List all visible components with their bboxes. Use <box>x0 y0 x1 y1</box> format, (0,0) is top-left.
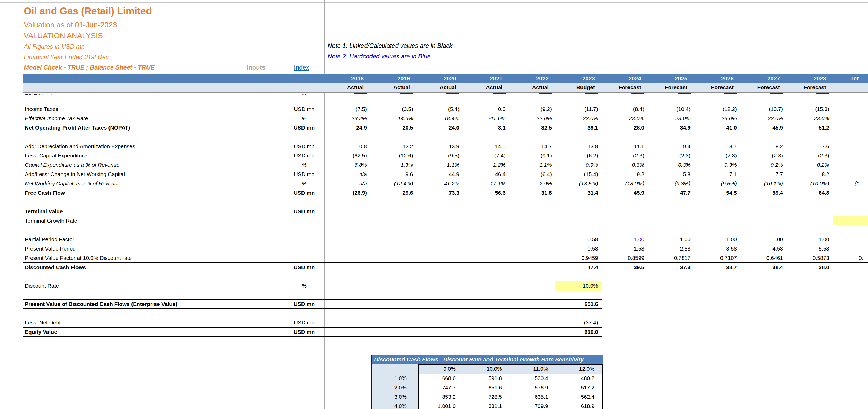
row-label[interactable]: Present Value of Discounted Cash Flows (… <box>23 299 284 309</box>
sensitivity-value-cell[interactable]: 562.4 <box>557 392 603 402</box>
grid-cell[interactable]: 610.0 <box>555 327 602 337</box>
grid-cell[interactable]: (5.4) <box>417 105 463 114</box>
grid-cell[interactable] <box>463 235 509 244</box>
grid-cell[interactable] <box>417 327 463 337</box>
grid-cell[interactable]: 0.9% <box>555 160 602 170</box>
grid-cell[interactable]: (12.2) <box>694 105 740 114</box>
grid-cell[interactable]: 0.58 <box>555 244 602 253</box>
terminal-column-header[interactable]: Ter <box>833 74 868 83</box>
grid-cell[interactable] <box>463 281 509 291</box>
grid-cell[interactable] <box>370 281 417 291</box>
grid-cell[interactable] <box>509 253 555 263</box>
grid-cell[interactable] <box>740 327 786 337</box>
sensitivity-value-cell[interactable]: 591.8 <box>464 374 511 383</box>
grid-cell[interactable] <box>694 327 740 337</box>
row-label[interactable]: Net Operating Profit After Taxes (NOPAT) <box>23 123 284 133</box>
grid-cell[interactable]: (9.6%) <box>694 179 740 188</box>
grid-cell[interactable] <box>694 299 740 309</box>
sensitivity-value-cell[interactable]: 618.9 <box>557 402 603 409</box>
grid-cell[interactable]: 37.3 <box>648 263 694 272</box>
grid-cell[interactable] <box>509 299 555 309</box>
grid-cell[interactable]: (2.3) <box>740 151 786 160</box>
grid-cell[interactable]: 14.6% <box>370 114 417 123</box>
row-label[interactable]: Discounted Cash Flows <box>23 263 284 272</box>
grid-cell[interactable]: 23.0% <box>694 114 740 123</box>
grid-cell[interactable]: 0.5873 <box>786 253 833 263</box>
grid-cell-terminal[interactable]: 0. <box>833 253 868 263</box>
grid-cell-terminal[interactable] <box>833 160 868 170</box>
row-label[interactable]: Free Cash Flow <box>23 188 284 198</box>
index-link[interactable]: Index <box>294 64 309 71</box>
growth-rate-cell[interactable]: 3.0% <box>372 392 418 402</box>
grid-cell[interactable] <box>740 216 786 226</box>
grid-cell[interactable] <box>370 216 417 226</box>
grid-cell[interactable]: 14.7 <box>509 142 555 151</box>
grid-cell[interactable]: 0.7107 <box>694 253 740 263</box>
grid-cell[interactable] <box>648 216 694 226</box>
grid-cell[interactable]: (11.7) <box>555 105 602 114</box>
period-type-cell[interactable]: Forecast <box>694 83 740 92</box>
sensitivity-value-cell[interactable]: 517.2 <box>557 383 603 392</box>
grid-cell[interactable]: 5.8 <box>648 170 694 179</box>
grid-cell[interactable]: 31.4 <box>555 188 602 198</box>
clipped-value-cell[interactable] <box>509 93 555 96</box>
clipped-value-cell[interactable] <box>602 93 648 96</box>
clipped-value-cell[interactable] <box>786 93 833 96</box>
sensitivity-value-cell[interactable]: 853.2 <box>418 392 464 402</box>
row-unit[interactable]: USD mn <box>284 123 324 133</box>
grid-cell[interactable] <box>324 327 370 337</box>
grid-cell[interactable] <box>370 244 417 253</box>
grid-cell[interactable]: 7.6 <box>786 142 833 151</box>
grid-cell-terminal[interactable] <box>833 327 868 337</box>
grid-cell[interactable] <box>740 207 786 216</box>
grid-cell[interactable] <box>786 299 833 309</box>
grid-cell[interactable] <box>509 327 555 337</box>
sensitivity-value-cell[interactable]: 530.4 <box>511 374 557 383</box>
row-unit[interactable]: USD mn <box>284 207 324 216</box>
grid-cell[interactable]: 18.4% <box>417 114 463 123</box>
grid-cell[interactable]: 29.6 <box>370 188 417 198</box>
grid-cell[interactable] <box>694 318 740 327</box>
grid-cell[interactable]: 23.2% <box>324 114 370 123</box>
grid-cell[interactable] <box>648 281 694 291</box>
year-header-cell[interactable]: 2021 <box>463 74 509 83</box>
grid-cell[interactable]: 64.8 <box>786 188 833 198</box>
grid-cell[interactable]: (3.5) <box>370 105 417 114</box>
year-header-cell[interactable]: 2027 <box>740 74 786 83</box>
grid-cell[interactable]: 2.9% <box>509 179 555 188</box>
clipped-value-cell[interactable] <box>463 93 509 96</box>
grid-cell-terminal[interactable] <box>833 123 868 133</box>
grid-cell[interactable]: (7.5) <box>324 105 370 114</box>
row-unit[interactable]: % <box>284 281 324 291</box>
grid-cell[interactable] <box>324 216 370 226</box>
grid-cell[interactable]: (12.6) <box>370 151 417 160</box>
year-header-cell[interactable]: 2019 <box>370 74 417 83</box>
grid-cell[interactable]: 1.1% <box>509 160 555 170</box>
grid-cell[interactable]: 9.6 <box>370 170 417 179</box>
grid-cell[interactable]: 10.8 <box>324 142 370 151</box>
grid-cell[interactable]: 3.1 <box>463 123 509 133</box>
grid-cell[interactable] <box>370 207 417 216</box>
clipped-value-cell[interactable] <box>555 93 602 96</box>
grid-cell[interactable] <box>324 235 370 244</box>
grid-cell[interactable]: (2.3) <box>648 151 694 160</box>
grid-cell[interactable] <box>463 327 509 337</box>
grid-cell-terminal[interactable] <box>833 170 868 179</box>
row-unit[interactable] <box>284 216 324 226</box>
grid-cell[interactable] <box>740 281 786 291</box>
grid-cell-terminal[interactable] <box>833 244 868 253</box>
period-type-cell[interactable]: Forecast <box>740 83 786 92</box>
grid-cell[interactable]: 13.8 <box>555 142 602 151</box>
grid-cell[interactable]: 38.0 <box>786 263 833 272</box>
row-unit[interactable]: USD mn <box>284 327 324 337</box>
grid-cell[interactable] <box>370 327 417 337</box>
grid-cell[interactable]: 1.00 <box>740 235 786 244</box>
clipped-value-cell[interactable] <box>417 93 463 96</box>
grid-cell[interactable] <box>324 299 370 309</box>
grid-cell[interactable]: 7.7 <box>740 170 786 179</box>
grid-cell[interactable]: 0.9459 <box>555 253 602 263</box>
grid-cell[interactable] <box>602 281 648 291</box>
grid-cell[interactable] <box>648 327 694 337</box>
grid-cell[interactable]: 59.4 <box>740 188 786 198</box>
sensitivity-value-cell[interactable]: 709.9 <box>511 402 557 409</box>
